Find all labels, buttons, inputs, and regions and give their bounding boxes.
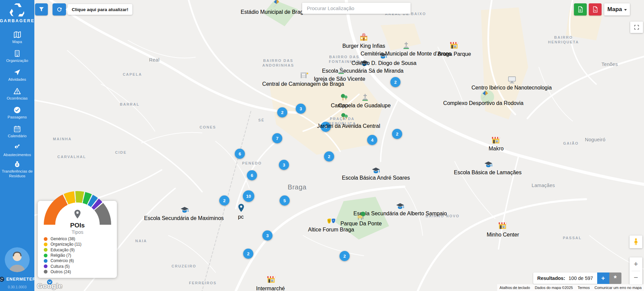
poi-label[interactable]: Minho Center	[487, 232, 519, 238]
masks-icon[interactable]	[327, 218, 336, 226]
sidebar-item-atividades[interactable]: Atividades	[0, 66, 34, 84]
school-icon[interactable]	[395, 203, 405, 211]
cluster-marker[interactable]: 10	[243, 190, 254, 202]
kite-icon[interactable]	[481, 90, 490, 100]
poi-label[interactable]: Escola Básica de Lamaçães	[454, 170, 522, 176]
school-icon[interactable]	[483, 161, 493, 169]
cluster-marker[interactable]: 2	[277, 107, 287, 117]
legend-subtitle: Tipos	[72, 229, 84, 235]
trees-icon[interactable]	[340, 93, 349, 102]
shop-icon[interactable]	[498, 222, 507, 231]
pegman-icon	[632, 238, 640, 246]
poi-label[interactable]: Colégio D. Diogo de Sousa	[351, 60, 416, 66]
restaurant-icon[interactable]	[359, 33, 368, 42]
shop-icon[interactable]	[267, 276, 276, 285]
school-icon[interactable]	[180, 206, 190, 214]
cluster-marker[interactable]: 3	[279, 160, 289, 170]
cluster-marker[interactable]: 4	[367, 135, 377, 145]
load-all-button[interactable]: *	[609, 272, 621, 284]
poi-label[interactable]: Parque Da Ponte	[341, 221, 382, 227]
send-icon	[13, 68, 21, 76]
filter-button[interactable]	[35, 3, 48, 15]
legend-row: Religião (7)	[44, 253, 82, 258]
trees-icon[interactable]	[341, 112, 350, 121]
search-input[interactable]	[302, 3, 411, 14]
load-more-button[interactable]: +	[597, 272, 609, 284]
legend-row: Organização (11)	[44, 242, 82, 247]
cross-icon[interactable]	[361, 93, 369, 102]
sidebar-item-mapa[interactable]: Mapa	[0, 28, 34, 47]
pin-icon[interactable]	[237, 204, 246, 214]
attribution-link[interactable]: Comunicar um erro no mapa	[592, 284, 644, 291]
zoom-out-button[interactable]: −	[630, 271, 642, 285]
cross-icon[interactable]	[337, 66, 345, 75]
user-avatar[interactable]	[5, 247, 30, 272]
vendor-brand: ENERMETER	[0, 276, 36, 282]
poi-label[interactable]: Intermarché	[256, 286, 285, 291]
sidebar-item-transfer-ncias-de-res-duos[interactable]: Transferências de Resíduos	[0, 160, 34, 179]
refresh-button[interactable]	[53, 3, 66, 15]
cluster-marker[interactable]: 3	[262, 230, 272, 241]
school-icon[interactable]	[378, 52, 388, 60]
legend-color-dot	[44, 237, 47, 241]
poi-label[interactable]: Burger King Infias	[342, 43, 385, 49]
map-attribution: Atalhos de tecladoDados do mapa ©2025Ter…	[497, 284, 644, 291]
cluster-marker[interactable]: 2	[243, 249, 253, 259]
poi-label[interactable]: Jardim da Avenida Central	[317, 123, 380, 129]
poi-label[interactable]: Escola Básica André Soares	[342, 175, 410, 181]
shop-icon[interactable]	[491, 136, 501, 145]
cluster-marker[interactable]: 2	[392, 129, 402, 139]
kite-icon[interactable]	[272, 0, 281, 8]
sidebar-item-label: Passagens	[8, 115, 27, 119]
cluster-marker[interactable]: 5	[280, 195, 290, 206]
sidebar-item-ocorr-ncias[interactable]: Ocorrências	[0, 84, 34, 103]
cluster-marker[interactable]: 6	[247, 170, 257, 180]
poi-label[interactable]: Central de Camionagem de Braga	[262, 81, 344, 87]
sidebar-item-label: Organização	[6, 59, 28, 63]
poi-label[interactable]: Makro	[489, 146, 504, 152]
sidebar-item-abastecimentos[interactable]: Abastecimentos	[0, 141, 34, 160]
chevron-down-icon	[624, 9, 627, 11]
sidebar-item-label: Ocorrências	[7, 96, 28, 101]
cluster-marker[interactable]: 2	[390, 77, 400, 87]
poi-label[interactable]: Braga Parque	[438, 51, 471, 57]
building-icon	[13, 49, 21, 58]
sidebar-item-organiza-o[interactable]: Organização	[0, 47, 34, 66]
cluster-marker[interactable]: 2	[219, 195, 229, 206]
cluster-marker[interactable]: 3	[296, 104, 306, 114]
sidebar-item-label: Mapa	[12, 40, 22, 44]
poi-label[interactable]: pc	[238, 214, 244, 220]
attribution-link[interactable]: Atalhos de teclado	[497, 284, 533, 291]
fuel-icon	[13, 144, 21, 152]
cross-icon[interactable]	[402, 41, 410, 50]
sidebar-item-calend-rio[interactable]: Calendário	[0, 122, 34, 141]
sidebar-item-passagens[interactable]: Passagens	[0, 103, 34, 122]
poi-label[interactable]: Altice Forum Braga	[308, 227, 354, 233]
attribution-link[interactable]: Termos	[575, 284, 592, 291]
poi-label[interactable]: Escola Secundária de Maximinos	[144, 215, 224, 221]
export-pdf-button[interactable]	[589, 3, 602, 15]
poi-label[interactable]: Capela de Guadalupe	[338, 103, 391, 109]
warning-icon	[13, 87, 22, 95]
poi-label[interactable]: Escola Secundária de Alberto Sampaio	[353, 211, 447, 217]
map-type-dropdown[interactable]: Mapa	[604, 3, 630, 15]
cluster-marker[interactable]: 7	[272, 133, 282, 143]
map-icon	[13, 30, 22, 39]
pegman-button[interactable]	[630, 235, 642, 248]
cluster-marker[interactable]: 2	[340, 251, 350, 261]
bus-station-icon[interactable]	[299, 71, 309, 80]
monitor-icon[interactable]	[507, 76, 517, 84]
poi-label[interactable]: Complexo Desportivo da Rodovia	[443, 100, 523, 106]
shop-icon[interactable]	[450, 41, 459, 50]
export-excel-button[interactable]	[574, 3, 587, 15]
poi-label[interactable]: Escola Secundária Sá de Miranda	[322, 68, 404, 74]
bench-tree-icon[interactable]	[357, 212, 366, 221]
zoom-in-button[interactable]: +	[630, 257, 642, 271]
poi-label[interactable]: Estádio Municipal de Braga	[241, 9, 307, 15]
cluster-marker[interactable]: 2	[324, 151, 334, 161]
cluster-marker[interactable]: 6	[235, 149, 245, 159]
update-hint-tooltip[interactable]: Clique aqui para atualizar!	[68, 4, 132, 15]
google-logo[interactable]: Google	[37, 282, 62, 290]
fullscreen-button[interactable]	[630, 22, 643, 33]
school-icon[interactable]	[371, 167, 381, 175]
